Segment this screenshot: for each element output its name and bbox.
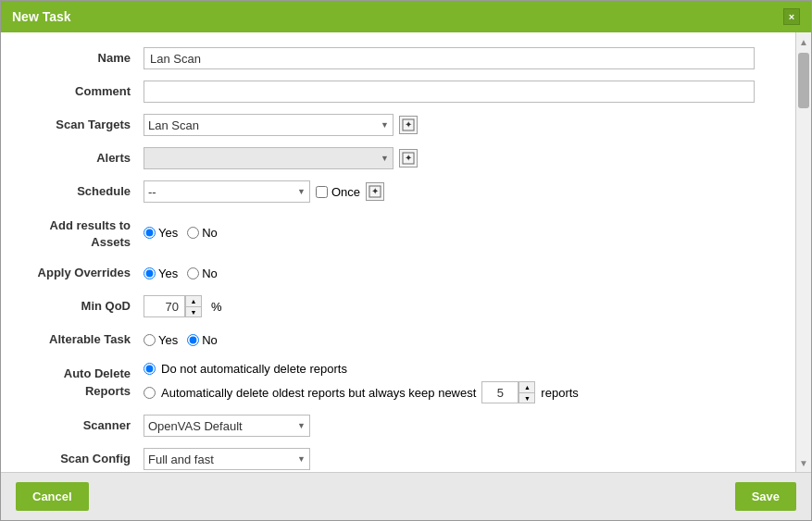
scanner-select[interactable]: OpenVAS Default <box>144 415 310 437</box>
save-button[interactable]: Save <box>735 482 796 511</box>
alerts-select[interactable] <box>144 147 394 169</box>
add-results-label: Add results to Assets <box>23 214 144 251</box>
once-container: Once ✦ <box>316 182 384 201</box>
alterable-yes-radio[interactable] <box>144 334 156 346</box>
apply-overrides-field-cell: Yes No <box>144 267 773 280</box>
scrollbar-thumb[interactable] <box>798 53 809 108</box>
scan-targets-label: Scan Targets <box>23 114 144 136</box>
keep-newest-spinner: ▲ ▼ <box>518 381 535 403</box>
comment-row: Comment <box>23 81 773 103</box>
add-results-yes-label[interactable]: Yes <box>144 226 178 240</box>
alterable-task-label: Alterable Task <box>23 329 144 351</box>
dialog-title: New Task <box>12 9 71 24</box>
apply-overrides-radio-group: Yes No <box>144 267 218 280</box>
svg-text:✦: ✦ <box>405 153 412 163</box>
scroll-up-btn[interactable]: ▲ <box>796 32 811 51</box>
schedule-row: Schedule -- Once ✦ <box>23 180 773 203</box>
svg-text:✦: ✦ <box>405 119 412 130</box>
dialog-content: Name Comment Scan Targets Lan Scan <box>1 32 811 472</box>
apply-overrides-label: Apply Overrides <box>23 262 144 284</box>
alterable-task-row: Alterable Task Yes No <box>23 329 773 351</box>
svg-text:✦: ✦ <box>371 186 379 196</box>
alerts-select-container <box>144 147 394 169</box>
comment-field-cell <box>144 81 773 103</box>
alerts-field-cell: ✦ <box>144 147 773 169</box>
add-results-field-cell: Yes No <box>144 226 773 240</box>
scan-config-label: Scan Config <box>23 448 144 470</box>
min-qod-spinner: ▲ ▼ <box>185 295 202 317</box>
min-qod-input[interactable] <box>144 295 185 317</box>
scan-config-select-container: Full and fast <box>144 448 310 470</box>
keep-newest-spinner-down[interactable]: ▼ <box>519 393 534 403</box>
add-results-yes-radio[interactable] <box>144 227 156 239</box>
main-scroll-area: Name Comment Scan Targets Lan Scan <box>1 32 795 472</box>
title-bar: New Task × <box>1 1 811 32</box>
min-qod-pct: % <box>211 300 222 314</box>
keep-newest-spinner-up[interactable]: ▲ <box>519 382 534 393</box>
name-field-cell <box>144 47 773 69</box>
close-button[interactable]: × <box>783 8 800 25</box>
reports-suffix: reports <box>541 386 578 400</box>
auto-delete-option1-text: Do not automatically delete reports <box>161 362 347 376</box>
name-label: Name <box>23 47 144 69</box>
apply-overrides-row: Apply Overrides Yes No <box>23 262 773 284</box>
scan-config-select[interactable]: Full and fast <box>144 448 310 470</box>
min-qod-field-cell: ▲ ▼ % <box>144 295 773 317</box>
alerts-row: Alerts ✦ <box>23 147 773 169</box>
auto-delete-field-cell: Do not automatically delete reports Auto… <box>144 362 773 403</box>
scanner-row: Scanner OpenVAS Default <box>23 415 773 437</box>
auto-delete-yes-radio[interactable] <box>144 387 156 399</box>
add-results-no-radio[interactable] <box>187 227 199 239</box>
add-results-row: Add results to Assets Yes No <box>23 214 773 251</box>
schedule-field-cell: -- Once ✦ <box>144 180 773 203</box>
min-qod-spinner-up[interactable]: ▲ <box>186 296 201 307</box>
schedule-select-container: -- <box>144 180 310 203</box>
keep-newest-input[interactable] <box>481 381 518 403</box>
min-qod-label: Min QoD <box>23 295 144 317</box>
auto-delete-option1-row: Do not automatically delete reports <box>144 362 579 376</box>
scan-config-row: Scan Config Full and fast <box>23 448 773 470</box>
schedule-select[interactable]: -- <box>144 180 310 203</box>
once-checkbox[interactable] <box>316 186 328 198</box>
schedule-label: Schedule <box>23 180 144 203</box>
add-results-radio-group: Yes No <box>144 226 218 240</box>
auto-delete-option2-text: Automatically delete oldest reports but … <box>161 386 476 400</box>
alterable-yes-label[interactable]: Yes <box>144 333 178 347</box>
name-row: Name <box>23 47 773 69</box>
scan-targets-new-icon[interactable]: ✦ <box>399 116 418 134</box>
apply-overrides-no-radio[interactable] <box>187 267 199 279</box>
alterable-no-radio[interactable] <box>187 334 199 346</box>
name-input[interactable] <box>144 47 755 69</box>
scan-targets-field-cell: Lan Scan ✦ <box>144 114 773 136</box>
min-qod-row: Min QoD ▲ ▼ % <box>23 295 773 317</box>
once-label: Once <box>331 185 360 199</box>
auto-delete-option2-row: Automatically delete oldest reports but … <box>144 381 579 403</box>
add-results-no-label[interactable]: No <box>187 226 218 240</box>
apply-overrides-yes-label[interactable]: Yes <box>144 267 178 280</box>
comment-input[interactable] <box>144 81 755 103</box>
alterable-task-radio-group: Yes No <box>144 333 218 347</box>
scroll-down-btn[interactable]: ▼ <box>796 453 811 472</box>
apply-overrides-yes-radio[interactable] <box>144 267 156 279</box>
scan-targets-select[interactable]: Lan Scan <box>144 114 394 136</box>
once-new-icon[interactable]: ✦ <box>366 182 384 201</box>
scanner-select-container: OpenVAS Default <box>144 415 310 437</box>
min-qod-spinner-down[interactable]: ▼ <box>186 307 201 317</box>
alerts-new-icon[interactable]: ✦ <box>399 149 418 167</box>
scrollbar[interactable]: ▲ ▼ <box>795 32 811 472</box>
keep-newest-wrap: ▲ ▼ <box>481 381 535 403</box>
auto-delete-row: Auto Delete Reports Do not automatically… <box>23 362 773 403</box>
auto-delete-label: Auto Delete Reports <box>23 362 144 399</box>
cancel-button[interactable]: Cancel <box>16 482 89 511</box>
scan-targets-select-container: Lan Scan <box>144 114 394 136</box>
auto-delete-no-radio[interactable] <box>144 363 156 375</box>
alerts-label: Alerts <box>23 147 144 169</box>
apply-overrides-no-label[interactable]: No <box>187 267 218 280</box>
comment-label: Comment <box>23 81 144 103</box>
alterable-task-field-cell: Yes No <box>144 333 773 347</box>
scanner-label: Scanner <box>23 415 144 437</box>
alterable-no-label[interactable]: No <box>187 333 218 347</box>
scanner-field-cell: OpenVAS Default <box>144 415 773 437</box>
scan-config-field-cell: Full and fast <box>144 448 773 470</box>
new-task-dialog: New Task × Name Comment Scan <box>0 0 812 521</box>
